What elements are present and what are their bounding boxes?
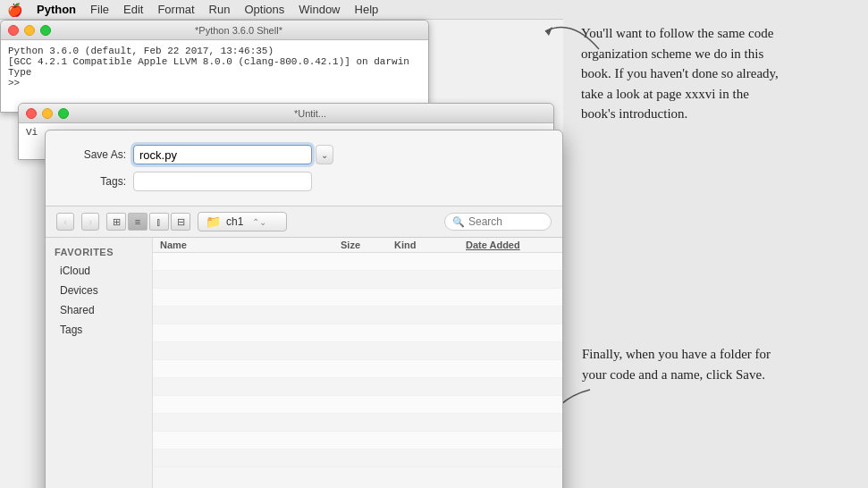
sidebar-section-favorites: Favorites (46, 245, 152, 259)
close-button[interactable] (8, 25, 19, 36)
icon-view-button[interactable]: ⊞ (106, 213, 126, 231)
app-name[interactable]: Python (37, 3, 76, 16)
terminal-prompt: >> (8, 78, 421, 88)
tags-field: Tags: (63, 172, 544, 191)
menu-edit[interactable]: Edit (123, 3, 143, 16)
untitled-titlebar: *Untit... (19, 104, 553, 123)
chevron-toggle-button[interactable]: ⌄ (316, 145, 333, 164)
annotation-bottom: Finally, when you have a folder foryour … (582, 344, 859, 399)
gallery-view-button[interactable]: ⊟ (171, 213, 190, 231)
svg-marker-0 (545, 27, 552, 36)
minimize-button[interactable] (24, 25, 35, 36)
menu-options[interactable]: Options (244, 3, 284, 16)
list-view-button[interactable]: ≡ (128, 213, 147, 231)
annotation-bottom-text: Finally, when you have a folder foryour … (582, 344, 859, 384)
folder-name: ch1 (226, 215, 243, 228)
table-row (153, 253, 562, 271)
maximize-button[interactable] (40, 25, 51, 36)
table-row (153, 289, 562, 307)
terminal-line2: [GCC 4.2.1 Compatible Apple LLVM 8.0.0 (… (8, 56, 421, 67)
untitled-minimize[interactable] (42, 108, 53, 119)
file-rows (153, 253, 562, 467)
table-row (153, 271, 562, 289)
terminal-line1: Python 3.6.0 (default, Feb 22 2017, 13:4… (8, 46, 421, 56)
untitled-close[interactable] (26, 108, 37, 119)
sidebar: Favorites iCloud Devices Shared Tags (46, 238, 153, 488)
table-row (153, 450, 562, 467)
folder-icon: 📁 (206, 215, 221, 229)
sidebar-section-icloud: iCloud (46, 263, 152, 279)
search-input[interactable] (468, 215, 540, 228)
browser-toolbar: ‹ › ⊞ ≡ ⫿ ⊟ 📁 ch1 ⌃⌄ 🔍 (46, 206, 562, 238)
table-row (153, 414, 562, 432)
terminal-window: *Python 3.6.0 Shell* Python 3.6.0 (defau… (0, 20, 429, 113)
menu-window[interactable]: Window (299, 3, 340, 16)
file-table: Name Size Kind Date Added (153, 238, 562, 488)
tags-label: Tags: (63, 175, 126, 188)
table-row (153, 342, 562, 360)
sidebar-devices-item[interactable]: Devices (46, 282, 152, 299)
untitled-title: *Untit... (74, 108, 546, 119)
file-table-header: Name Size Kind Date Added (153, 238, 562, 253)
sidebar-favorites-label: Favorites (46, 245, 152, 259)
terminal-title: *Python 3.6.0 Shell* (56, 25, 421, 36)
column-view-button[interactable]: ⫿ (149, 213, 169, 231)
apple-menu[interactable]: 🍎 (7, 3, 22, 17)
menu-bar: 🍎 Python File Edit Format Run Options Wi… (0, 0, 563, 20)
folder-selector[interactable]: 📁 ch1 ⌃⌄ (198, 212, 287, 231)
table-row (153, 360, 562, 378)
forward-button[interactable]: › (81, 213, 99, 231)
annotation-top-text: You'll want to follow the same codeorgan… (581, 23, 850, 124)
table-row (153, 432, 562, 450)
back-button[interactable]: ‹ (56, 213, 74, 231)
save-dialog: Save As: ⌄ Tags: ‹ › ⊞ ≡ ⫿ ⊟ 📁 ch1 ⌃⌄ (45, 130, 563, 488)
menu-format[interactable]: Format (157, 3, 194, 16)
terminal-titlebar: *Python 3.6.0 Shell* (1, 21, 428, 40)
save-as-label: Save As: (63, 148, 126, 161)
annotation-area: You'll want to follow the same codeorgan… (563, 0, 868, 488)
col-kind-header: Kind (394, 240, 466, 250)
menu-run[interactable]: Run (209, 3, 231, 16)
view-buttons: ⊞ ≡ ⫿ ⊟ (106, 213, 190, 231)
tags-input[interactable] (133, 172, 312, 191)
table-row (153, 324, 562, 342)
sidebar-tags-item[interactable]: Tags (46, 322, 152, 338)
search-box: 🔍 (444, 213, 552, 231)
sidebar-section-devices: Devices (46, 282, 152, 299)
save-as-field: Save As: ⌄ (63, 145, 544, 164)
untitled-maximize[interactable] (58, 108, 69, 119)
table-row (153, 307, 562, 324)
search-icon: 🔍 (452, 216, 465, 228)
menu-file[interactable]: File (90, 3, 109, 16)
sidebar-section-tags: Tags (46, 322, 152, 338)
col-size-header: Size (341, 240, 394, 250)
col-date-header: Date Added (466, 240, 555, 250)
dialog-header: Save As: ⌄ Tags: (46, 130, 562, 206)
top-arrow (536, 9, 608, 54)
sidebar-shared-item[interactable]: Shared (46, 302, 152, 318)
folder-expand-icon: ⌃⌄ (252, 217, 266, 227)
terminal-content: Python 3.6.0 (default, Feb 22 2017, 13:4… (1, 40, 428, 112)
save-as-input[interactable] (133, 145, 312, 164)
sidebar-section-shared: Shared (46, 302, 152, 318)
terminal-line3: Type (8, 67, 421, 78)
table-row (153, 396, 562, 414)
sidebar-icloud-item[interactable]: iCloud (46, 263, 152, 279)
menu-help[interactable]: Help (355, 3, 379, 16)
table-row (153, 378, 562, 396)
file-list-area: Favorites iCloud Devices Shared Tags N (46, 238, 562, 488)
col-name-header: Name (160, 240, 341, 250)
